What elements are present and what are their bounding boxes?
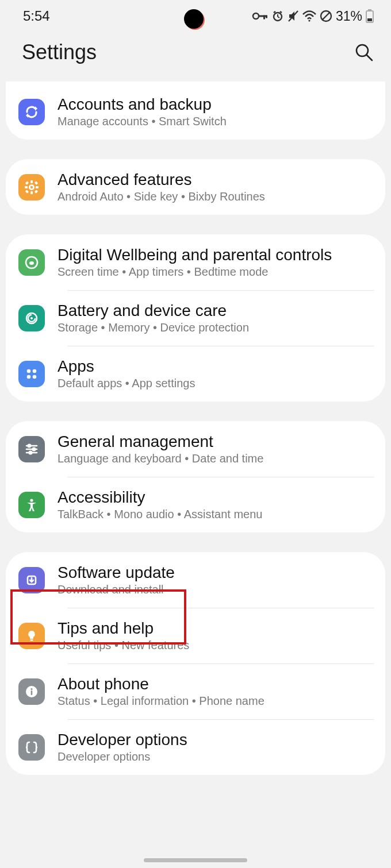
status-icons: 31% — [252, 9, 374, 24]
apps-icon — [18, 361, 45, 387]
vpn-key-icon — [252, 11, 268, 21]
svg-point-41 — [33, 447, 36, 450]
accessibility-icon — [18, 492, 45, 518]
svg-rect-46 — [30, 639, 33, 641]
code-braces-icon — [18, 734, 45, 761]
svg-rect-21 — [30, 180, 33, 183]
item-developer-options[interactable]: Developer options Developer options — [6, 719, 385, 775]
svg-rect-27 — [25, 190, 29, 193]
item-subtitle: Language and keyboard • Date and time — [57, 452, 263, 465]
item-title: Accounts and backup — [57, 95, 227, 114]
item-title: Apps — [57, 357, 195, 376]
item-subtitle: Default apps • App settings — [57, 377, 195, 390]
svg-rect-49 — [31, 690, 33, 695]
clock: 5:54 — [23, 8, 50, 24]
svg-rect-2 — [263, 16, 265, 20]
svg-point-0 — [253, 13, 259, 19]
svg-point-32 — [30, 317, 33, 319]
item-title: Digital Wellbeing and parental controls — [57, 246, 332, 264]
svg-point-35 — [27, 375, 31, 379]
svg-marker-19 — [26, 113, 28, 118]
battery-percent: 31% — [336, 9, 362, 24]
svg-rect-14 — [368, 9, 371, 11]
info-icon — [18, 678, 45, 705]
item-advanced-features[interactable]: Advanced features Android Auto • Side ke… — [6, 159, 385, 215]
svg-rect-28 — [34, 190, 38, 193]
device-care-icon — [18, 305, 45, 331]
svg-point-29 — [30, 186, 33, 188]
item-subtitle: Manage accounts • Smart Switch — [57, 115, 227, 128]
camera-cutout — [184, 9, 204, 29]
settings-group: Digital Wellbeing and parental controls … — [6, 234, 385, 402]
item-title: General management — [57, 433, 263, 451]
item-accessibility[interactable]: Accessibility TalkBack • Mono audio • As… — [6, 477, 385, 533]
gesture-bar[interactable] — [144, 858, 247, 862]
item-title: About phone — [57, 675, 264, 693]
mute-vibrate-icon — [288, 10, 299, 22]
svg-rect-3 — [266, 16, 267, 18]
item-subtitle: Download and install — [57, 583, 175, 596]
sliders-icon — [18, 436, 45, 462]
item-subtitle: Screen time • App timers • Bedtime mode — [57, 265, 332, 279]
svg-rect-22 — [30, 191, 33, 194]
alarm-icon — [271, 10, 284, 22]
svg-line-6 — [278, 17, 279, 18]
svg-marker-18 — [35, 106, 37, 111]
svg-line-12 — [322, 12, 330, 20]
item-subtitle: Useful tips • New features — [57, 639, 189, 652]
settings-group: General management Language and keyboard… — [6, 421, 385, 533]
svg-line-8 — [280, 11, 282, 13]
svg-rect-15 — [367, 18, 372, 21]
item-tips-help[interactable]: Tips and help Useful tips • New features — [6, 608, 385, 663]
svg-point-34 — [33, 369, 37, 373]
app-header: Settings — [0, 30, 391, 82]
battery-icon — [366, 9, 374, 23]
svg-rect-25 — [25, 181, 29, 184]
svg-point-43 — [30, 499, 33, 501]
svg-line-17 — [367, 55, 372, 60]
item-digital-wellbeing[interactable]: Digital Wellbeing and parental controls … — [6, 234, 385, 290]
item-about-phone[interactable]: About phone Status • Legal information •… — [6, 663, 385, 719]
item-subtitle: Developer options — [57, 750, 187, 763]
svg-point-40 — [28, 444, 31, 447]
item-subtitle: Status • Legal information • Phone name — [57, 695, 264, 708]
item-battery-device-care[interactable]: Battery and device care Storage • Memory… — [6, 290, 385, 346]
page-title: Settings — [22, 40, 97, 64]
sync-icon — [18, 99, 45, 125]
item-accounts-backup[interactable]: Accounts and backup Manage accounts • Sm… — [6, 84, 385, 140]
gear-icon — [18, 174, 45, 200]
item-title: Battery and device care — [57, 302, 249, 320]
no-sim-icon — [320, 10, 332, 22]
item-subtitle: Storage • Memory • Device protection — [57, 321, 249, 334]
wifi-icon — [302, 10, 316, 22]
svg-rect-26 — [34, 181, 38, 184]
svg-point-16 — [356, 45, 368, 56]
download-icon — [18, 567, 45, 593]
item-title: Developer options — [57, 731, 187, 749]
svg-point-33 — [27, 369, 31, 373]
settings-group: Advanced features Android Auto • Side ke… — [6, 159, 385, 215]
item-general-management[interactable]: General management Language and keyboard… — [6, 421, 385, 477]
svg-rect-1 — [258, 16, 267, 17]
item-title: Advanced features — [57, 171, 265, 189]
svg-point-48 — [30, 688, 32, 689]
item-subtitle: TalkBack • Mono audio • Assistant menu — [57, 508, 262, 521]
svg-line-7 — [274, 11, 275, 13]
item-title: Software update — [57, 564, 175, 582]
lightbulb-icon — [18, 623, 45, 649]
svg-point-36 — [33, 375, 37, 379]
svg-rect-24 — [36, 186, 39, 188]
item-title: Accessibility — [57, 488, 262, 507]
svg-rect-23 — [25, 186, 28, 188]
svg-point-10 — [308, 20, 310, 21]
wellbeing-icon — [18, 249, 45, 276]
item-software-update[interactable]: Software update Download and install — [6, 552, 385, 608]
settings-group: Accounts and backup Manage accounts • Sm… — [6, 82, 385, 140]
search-button[interactable] — [354, 43, 374, 62]
settings-group: Software update Download and install Tip… — [6, 552, 385, 775]
item-subtitle: Android Auto • Side key • Bixby Routines — [57, 190, 265, 203]
item-title: Tips and help — [57, 619, 189, 638]
svg-point-42 — [29, 451, 32, 454]
item-apps[interactable]: Apps Default apps • App settings — [6, 346, 385, 402]
